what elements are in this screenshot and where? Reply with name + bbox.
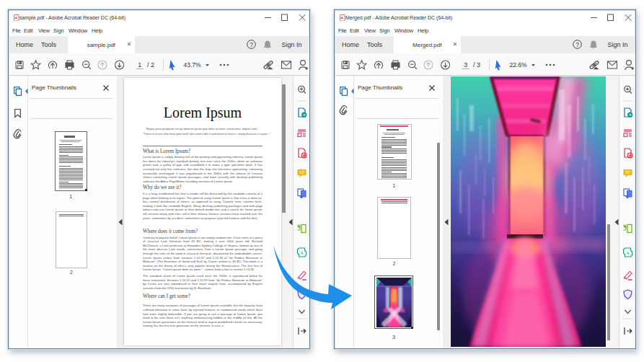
svg-text:A: A: [626, 251, 629, 255]
svg-text:3: 3: [464, 61, 467, 69]
svg-text:?: ?: [250, 41, 253, 48]
svg-text:/ 2: / 2: [146, 61, 154, 69]
svg-text:43.7%: 43.7%: [183, 61, 201, 69]
svg-text:?: ?: [575, 41, 579, 48]
svg-text:1: 1: [138, 61, 141, 69]
svg-text:22.6%: 22.6%: [509, 61, 527, 69]
svg-text:/ 3: / 3: [472, 61, 480, 69]
